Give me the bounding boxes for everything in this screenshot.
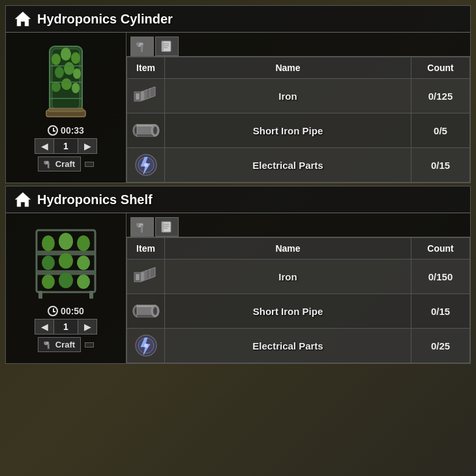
svg-rect-75 [136,274,140,280]
svg-point-7 [64,62,74,75]
svg-point-52 [42,235,55,251]
item-icon-wrapper-1 [129,113,163,147]
svg-point-56 [59,253,73,269]
svg-point-60 [77,275,90,289]
ingredients-table: Item Name Count Iron 0/150 [126,237,470,363]
hammer-craft-icon [44,160,53,169]
item-count-cell-2: 0/25 [411,329,470,363]
title-text: Hydroponics Shelf [37,192,153,207]
svg-marker-77 [141,271,145,282]
timer-row: 00:33 [48,125,84,136]
item-icon-cell-0 [127,260,165,294]
qty-increase-button[interactable]: ▶ [78,138,97,154]
svg-point-58 [42,275,55,289]
svg-rect-29 [136,93,140,100]
tabs-row [126,33,470,57]
svg-point-55 [42,256,55,270]
svg-marker-0 [15,12,31,26]
craft-button[interactable]: Craft [38,156,81,171]
left-panel: 00:33 ◀ 1 ▶ Craft [6,33,126,183]
book-tab-icon [160,39,174,53]
table-row: Electrical Parts 0/15 [127,148,470,183]
ingredients-table: Item Name Count Iron 0/125 [126,57,470,183]
svg-point-10 [61,78,72,90]
table-row: Short Iron Pipe 0/5 [127,113,470,148]
item-count-cell-0: 0/150 [411,260,470,294]
svg-rect-18 [48,163,50,168]
item-image [27,38,105,123]
item-icon-wrapper-0 [129,260,163,293]
col-header-count: Count [411,238,470,260]
svg-rect-22 [136,42,139,46]
table-header-row: Item Name Count [127,57,470,79]
item-name-cell-0: Iron [165,260,411,294]
svg-point-9 [52,82,61,92]
item-name-cell-2: Electrical Parts [165,329,411,363]
item-image [27,218,105,303]
timer-value: 00:50 [61,306,84,316]
right-panel: Item Name Count Iron 0/150 [126,213,470,363]
elec-icon [132,151,160,179]
svg-point-57 [77,256,90,270]
svg-rect-67 [141,226,143,233]
craft-row: Craft [38,156,94,171]
item-name-cell-1: Short Iron Pipe [165,113,411,148]
qty-value: 1 [54,138,78,154]
svg-point-3 [52,53,61,65]
qty-row: ◀ 1 ▶ [35,319,97,335]
item-name-cell-2: Electrical Parts [165,148,411,183]
qty-value: 1 [54,319,78,335]
item-count-cell-1: 0/15 [411,294,470,329]
table-body: Iron 0/150 Short Iron Pipe 0/15 [127,260,470,363]
card-body: 00:33 ◀ 1 ▶ Craft [6,33,470,183]
right-panel: Item Name Count Iron 0/125 [126,33,470,183]
card-title: Hydroponics Shelf [6,186,470,213]
svg-rect-73 [162,222,164,232]
svg-point-4 [61,48,71,61]
left-panel: 00:50 ◀ 1 ▶ Craft [6,213,126,363]
craft-row: Craft [38,337,94,352]
tab-book[interactable] [155,37,179,56]
cylinder-item-image [30,40,102,121]
qty-increase-button[interactable]: ▶ [78,319,97,335]
svg-point-91 [144,344,148,348]
qty-decrease-button[interactable]: ◀ [35,138,54,154]
svg-rect-62 [89,291,93,299]
svg-rect-68 [136,223,139,226]
pipe-icon [132,121,160,140]
tab-hammer[interactable] [130,217,154,237]
card-body: 00:50 ◀ 1 ▶ Craft [6,213,470,363]
item-count-cell-0: 0/125 [411,79,470,113]
item-icon-wrapper-0 [129,79,163,113]
qty-decrease-button[interactable]: ◀ [35,319,54,335]
item-icon-wrapper-2 [129,329,163,363]
item-icon-wrapper-2 [129,148,163,182]
tab-hammer[interactable] [130,37,154,56]
iron-icon [132,262,160,291]
title-text: Hydroponics Cylinder [37,12,173,27]
svg-rect-61 [38,291,42,299]
hammer-tab-icon [135,40,149,54]
item-count-cell-1: 0/5 [411,113,470,148]
svg-rect-65 [44,342,46,344]
svg-rect-16 [48,108,83,112]
craft-button[interactable]: Craft [38,337,81,352]
svg-point-8 [73,68,81,79]
iron-icon [132,82,160,110]
elec-icon [132,331,160,360]
item-name-cell-0: Iron [165,79,411,113]
shelf-item-image [30,220,102,302]
table-header-row: Item Name Count [127,238,470,260]
item-icon-cell-1 [127,294,165,329]
qty-row: ◀ 1 ▶ [35,138,97,154]
w-button[interactable] [85,342,94,348]
craft-label: Craft [55,340,75,350]
book-tab-icon [160,220,174,234]
timer-row: 00:50 [48,306,84,316]
tab-book[interactable] [155,217,179,237]
item-count-cell-2: 0/15 [411,148,470,183]
svg-point-6 [55,67,64,78]
w-button[interactable] [85,162,94,167]
svg-point-87 [153,307,157,315]
timer-value: 00:33 [61,125,84,136]
